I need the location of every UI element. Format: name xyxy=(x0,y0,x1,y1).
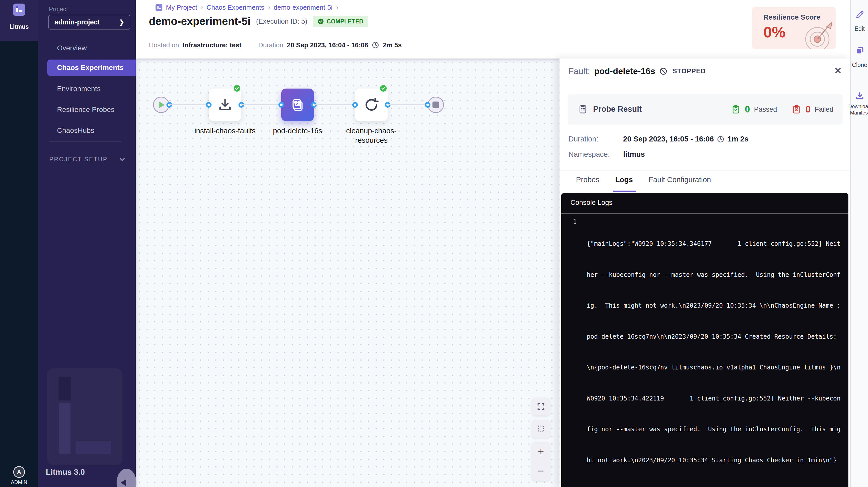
play-icon xyxy=(159,101,165,108)
log-line: W0920 10:35:34.422119 1 client_config.go… xyxy=(587,393,840,404)
namespace-value: litmus xyxy=(623,150,645,159)
download-manifest-button[interactable] xyxy=(855,91,865,101)
graph-edge xyxy=(314,104,355,105)
chevron-down-icon xyxy=(119,156,126,163)
passed-count: 0 xyxy=(745,104,750,115)
page-header: My Project › Chaos Experiments › demo-ex… xyxy=(136,0,850,59)
pencil-icon xyxy=(855,10,865,19)
status-badge: COMPLETED xyxy=(313,16,368,27)
download-icon xyxy=(855,91,865,101)
execution-id: (Execution ID: 5) xyxy=(256,18,307,26)
failed-clipboard-icon xyxy=(792,105,801,114)
clone-button[interactable] xyxy=(855,46,865,56)
sidebar: Project admin-project ❯ Overview Chaos E… xyxy=(38,0,136,487)
selection-button[interactable] xyxy=(532,420,550,437)
fault-duration-value: 20 Sep 2023, 16:05 - 16:06 xyxy=(623,135,714,143)
fault-duration-label: Duration: xyxy=(568,135,623,143)
connector-dot xyxy=(352,102,358,108)
app-rail: Litmus A ADMIN xyxy=(0,0,38,487)
tab-probes[interactable]: Probes xyxy=(576,175,599,184)
sidebar-item-chaoshubs[interactable]: ChaosHubs xyxy=(38,123,136,138)
fit-view-button[interactable] xyxy=(532,398,550,416)
connector-dot xyxy=(278,102,284,108)
avatar-label: ADMIN xyxy=(0,479,38,485)
litmus-app: Litmus A ADMIN Project admin-project ❯ O… xyxy=(0,0,868,487)
version-label: Litmus 3.0 xyxy=(46,468,85,477)
log-line: {"mainLogs":"W0920 10:35:34.346177 1 cli… xyxy=(587,239,840,249)
duration-value: 20 Sep 2023, 16:04 - 16:06 xyxy=(287,41,368,49)
tab-fault-configuration[interactable]: Fault Configuration xyxy=(649,175,711,184)
probe-result-label: Probe Result xyxy=(593,105,642,114)
fault-label: Fault: xyxy=(568,66,590,76)
console-titlebar: Console Logs xyxy=(561,193,848,214)
resilience-score-card: Resilience Score 0% xyxy=(752,7,836,49)
node-cleanup-chaos-resources[interactable] xyxy=(355,89,388,121)
node-install-chaos-faults[interactable] xyxy=(209,89,241,121)
fit-view-icon xyxy=(536,402,545,411)
tab-logs[interactable]: Logs xyxy=(615,175,633,184)
project-name: admin-project xyxy=(55,18,100,26)
log-content: {"mainLogs":"W0920 10:35:34.346177 1 cli… xyxy=(587,218,840,486)
breadcrumb-chaos-experiments[interactable]: Chaos Experiments xyxy=(207,4,264,11)
sidebar-item-chaos-experiments[interactable]: Chaos Experiments xyxy=(48,60,136,76)
breadcrumb: My Project › Chaos Experiments › demo-ex… xyxy=(156,4,338,11)
project-selector[interactable]: admin-project ❯ xyxy=(49,15,130,30)
experiment-meta: Hosted on Infrastructure: test Duration … xyxy=(149,40,402,50)
target-illustration xyxy=(797,16,836,49)
download-icon xyxy=(217,97,233,113)
project-setup-toggle[interactable]: PROJECT SETUP xyxy=(50,156,126,163)
chevron-right-icon: ❯ xyxy=(119,19,124,26)
litmus-watermark xyxy=(47,368,122,465)
zoom-controls: + − xyxy=(532,442,550,481)
sidebar-item-resilience-probes[interactable]: Resilience Probes xyxy=(38,102,136,117)
avatar[interactable]: A xyxy=(13,466,25,478)
fault-tabs: Probes Logs Fault Configuration xyxy=(576,175,711,184)
success-check-badge xyxy=(379,84,388,93)
sidebar-collapse-button[interactable] xyxy=(117,469,136,487)
brand-block: Litmus xyxy=(0,0,38,41)
stop-icon xyxy=(432,101,439,108)
download-manifest-label: Download Manifest xyxy=(848,103,868,116)
edit-label: Edit xyxy=(848,26,868,32)
zoom-out-button[interactable]: − xyxy=(532,461,550,481)
log-line: her --kubeconfig nor --master was specif… xyxy=(587,270,840,280)
zoom-in-button[interactable]: + xyxy=(532,442,550,461)
log-line: fig nor --master was specified. Using th… xyxy=(587,424,840,434)
breadcrumb-my-project[interactable]: My Project xyxy=(166,4,197,11)
fault-detail-panel: Fault: pod-delete-16s STOPPED ✕ Probe Re… xyxy=(559,59,850,487)
node-label: install-chaos-faults xyxy=(192,126,258,136)
edit-button[interactable] xyxy=(855,10,865,19)
close-icon[interactable]: ✕ xyxy=(834,65,842,76)
clipboard-icon xyxy=(578,104,588,114)
sidebar-divider xyxy=(49,141,121,142)
failed-count: 0 xyxy=(805,104,810,115)
fault-duration-time: 1m 2s xyxy=(727,135,748,143)
probe-result-bar: Probe Result 0 Passed 0 Failed xyxy=(568,94,842,125)
hosted-on-label: Hosted on xyxy=(149,41,179,49)
console-title: Console Logs xyxy=(570,199,613,206)
sidebar-item-environments[interactable]: Environments xyxy=(38,82,136,96)
failed-label: Failed xyxy=(814,106,833,113)
log-line: pod-delete-16scq7nv\n\n2023/09/20 10:35:… xyxy=(587,331,840,342)
graph-edge xyxy=(169,104,209,105)
clone-label: Clone xyxy=(848,62,868,68)
namespace-label: Namespace: xyxy=(568,150,623,159)
node-label: pod-delete-16s xyxy=(265,126,331,136)
litmus-mini-logo-icon xyxy=(156,4,162,11)
breadcrumb-experiment[interactable]: demo-experiment-5i xyxy=(274,4,333,11)
sidebar-item-overview[interactable]: Overview xyxy=(38,41,136,56)
meta-divider xyxy=(250,40,250,50)
connector-dot xyxy=(206,102,212,108)
fault-name: pod-delete-16s xyxy=(594,66,655,76)
log-line: ht not work.\n2023/09/20 10:35:34 Starti… xyxy=(587,455,840,466)
stopped-icon xyxy=(659,67,668,75)
project-label: Project xyxy=(49,6,68,13)
resilience-score-value: 0% xyxy=(764,24,785,41)
litmus-logo-icon[interactable] xyxy=(13,4,25,16)
node-pod-delete-16s[interactable] xyxy=(281,89,314,121)
console-logs-panel[interactable]: Console Logs 1 {"mainLogs":"W0920 10:35:… xyxy=(561,193,849,487)
panel-divider xyxy=(559,170,850,170)
check-circle-icon xyxy=(317,18,324,25)
graph-edge xyxy=(241,104,281,105)
node-label: cleanup-chaos-resources xyxy=(338,126,404,145)
